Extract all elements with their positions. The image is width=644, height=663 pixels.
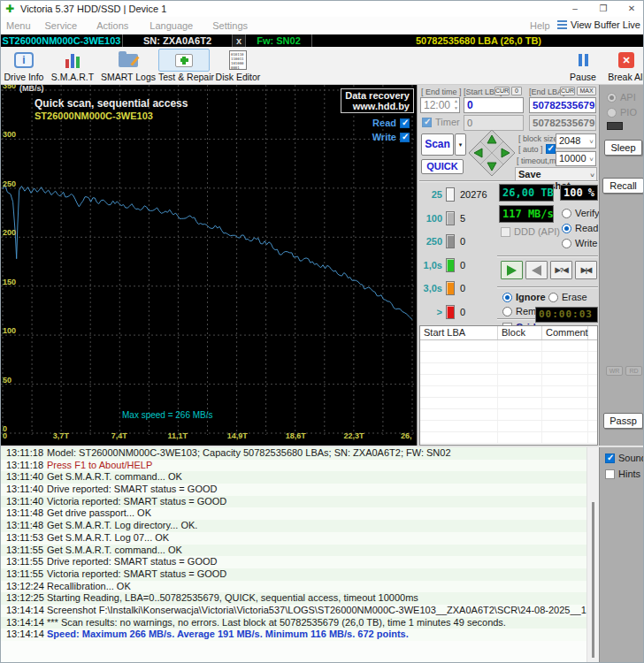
quick-button[interactable]: QUICK: [421, 159, 464, 174]
start-zero-button[interactable]: 0: [511, 87, 522, 95]
table-row[interactable]: [420, 421, 597, 432]
x-tick-label: 0: [3, 431, 7, 440]
recall-button[interactable]: Recall: [602, 178, 644, 194]
menu-item-menu[interactable]: Menu: [6, 19, 31, 32]
auto-checkbox[interactable]: [546, 144, 556, 154]
menu-item-service[interactable]: Service: [45, 19, 78, 32]
first-aid-icon: [175, 54, 193, 67]
table-row[interactable]: [420, 398, 597, 409]
smart-logs-button[interactable]: SMART Logs: [100, 49, 157, 83]
timeout-combo[interactable]: 10000˅: [556, 151, 596, 166]
start-cur-button[interactable]: CUR: [494, 87, 510, 95]
block-label: >: [419, 307, 442, 317]
main-area: (MB/s) Quick scan, sequential access ST2…: [1, 85, 644, 447]
start-scan-button[interactable]: [501, 261, 523, 279]
log-time: 13:11:55: [1, 545, 42, 557]
back-button[interactable]: [525, 261, 548, 279]
ignore-radio[interactable]: [502, 293, 512, 302]
table-row[interactable]: [420, 409, 597, 421]
defect-table: Start LBA Block Comment: [419, 325, 598, 446]
menu-help[interactable]: Help: [530, 20, 550, 31]
end-cur-button[interactable]: CUR: [560, 87, 575, 95]
hints-toggle[interactable]: Hints: [605, 469, 640, 479]
disk-editor-button[interactable]: 010110 110011 101000 0001 Disk Editor: [213, 49, 263, 83]
capacity-lcd: 26,00 TB: [499, 184, 554, 202]
remap-radio[interactable]: [502, 307, 512, 316]
y-tick-label: 50: [3, 376, 12, 385]
table-row[interactable]: [420, 352, 597, 363]
onerr-erase[interactable]: Erase: [548, 292, 587, 302]
device-close-button[interactable]: x: [233, 34, 246, 47]
table-row[interactable]: [420, 375, 597, 386]
log-row: 13:11:40Victoria reported: SMART status …: [1, 496, 586, 508]
end-max-button[interactable]: MAX: [577, 87, 596, 95]
write-radio[interactable]: [562, 239, 571, 248]
seek-dpad[interactable]: [468, 129, 516, 177]
test-repair-button[interactable]: Test & Repair: [158, 49, 210, 83]
log-scrollbar[interactable]: [586, 447, 599, 663]
table-row[interactable]: [420, 386, 597, 398]
break-all-button[interactable]: ✕ Break All: [606, 49, 644, 83]
log-area: 13:11:18Model: ST26000NM000C-3WE103; Cap…: [1, 447, 644, 663]
minimize-button[interactable]: –: [569, 3, 581, 15]
end-lba-input[interactable]: 50782535679: [529, 97, 596, 113]
view-buffer-live[interactable]: View Buffer Live: [557, 19, 640, 30]
start-lba-input[interactable]: 0: [464, 97, 524, 113]
table-row[interactable]: [420, 363, 597, 375]
timer-toggle[interactable]: Timer: [422, 117, 460, 127]
mode-verify[interactable]: Verify: [562, 208, 600, 218]
read-radio[interactable]: [562, 224, 571, 233]
auto-toggle[interactable]: [ auto ]: [518, 144, 556, 154]
spinner-arrows-icon[interactable]: ▲▼: [454, 97, 458, 111]
log-time: 13:11:40: [1, 484, 42, 496]
menu-item-language[interactable]: Language: [150, 19, 193, 32]
table-row[interactable]: [420, 340, 597, 352]
skip-error-button[interactable]: ▶?◀: [550, 261, 572, 279]
write-checkbox[interactable]: [400, 133, 410, 142]
timer-checkbox[interactable]: [422, 118, 432, 127]
smart-button[interactable]: S.M.A.R.T: [50, 49, 95, 83]
log-time: 13:11:53: [1, 532, 42, 545]
block-legend-row: 2500: [419, 233, 465, 249]
drive-info-button[interactable]: i Drive Info: [3, 49, 45, 83]
save-screenshot-combo[interactable]: Save screenshot˅: [515, 167, 597, 181]
sleep-button[interactable]: Sleep: [604, 140, 642, 156]
table-row[interactable]: [420, 432, 597, 444]
block-size-combo[interactable]: 2048˅: [556, 133, 596, 149]
verify-radio[interactable]: [562, 209, 571, 218]
read-checkbox[interactable]: [400, 118, 410, 128]
passp-button[interactable]: Passp: [603, 413, 643, 429]
ddd-checkbox: [501, 227, 510, 237]
log-row: 13:11:55Victoria reported: SMART status …: [1, 568, 586, 581]
onerr-ignore[interactable]: Ignore: [502, 292, 546, 302]
scan-button[interactable]: Scan: [421, 133, 454, 156]
erase-radio[interactable]: [548, 293, 558, 302]
mode-write[interactable]: Write: [562, 238, 597, 248]
log-message: Get drive passport... OK: [42, 507, 151, 520]
scan-dropdown-button[interactable]: ▾: [455, 133, 466, 156]
pause-button[interactable]: Pause: [565, 49, 601, 83]
separator: [497, 255, 598, 257]
end-time-spinner[interactable]: 12:00 ▲▼: [420, 97, 460, 113]
watermark: Data recoverywww.hdd.by: [341, 88, 414, 113]
mode-read[interactable]: Read: [562, 223, 598, 233]
view-buffer-label: View Buffer Live: [571, 19, 640, 30]
sound-checkbox[interactable]: [605, 453, 615, 463]
sound-toggle[interactable]: Sound: [605, 453, 644, 463]
close-button[interactable]: ✕: [625, 3, 638, 15]
window-title: Victoria 5.37 HDD/SSD | Device 1: [20, 4, 166, 14]
block-count: 0: [460, 236, 465, 247]
maximize-button[interactable]: ❐: [597, 3, 610, 15]
log-scrollbar-thumb[interactable]: [592, 502, 594, 658]
log-row: 13:12:25Starting Reading, LBA=0..5078253…: [1, 592, 586, 605]
log-time: 13:11:18: [1, 447, 42, 460]
y-tick-label: 300: [3, 130, 16, 139]
block-count: 20276: [460, 189, 487, 200]
log-row: 13:14:14*** Scan results: no warnings, n…: [1, 617, 586, 629]
menu-item-settings[interactable]: Settings: [212, 19, 248, 32]
menu-item-actions[interactable]: Actions: [96, 19, 128, 32]
menu-bar: MenuServiceActionsLanguageSettings Help …: [1, 17, 644, 34]
hints-checkbox[interactable]: [605, 469, 615, 479]
skip-end-button[interactable]: ▶|◀: [575, 261, 597, 279]
log-row: 13:14:14Screenshot F:\Instalki\Konserwac…: [1, 605, 586, 617]
